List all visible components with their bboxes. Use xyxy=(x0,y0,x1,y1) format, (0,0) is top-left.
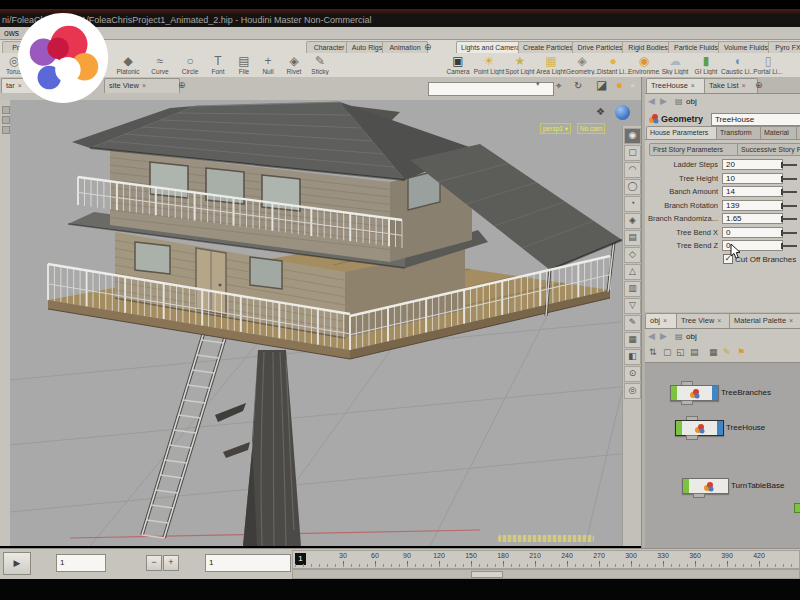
tab-render[interactable]: Render xyxy=(796,126,800,139)
frame-increment-button[interactable]: + xyxy=(163,555,179,571)
flag-icon[interactable]: ⚑ xyxy=(737,347,745,357)
platonic-tool[interactable]: ◆Platonic xyxy=(112,54,144,75)
params-pane-tab-take-list[interactable]: Take List× xyxy=(704,78,758,93)
network-node-treebranches[interactable] xyxy=(670,385,719,401)
frame-decrement-button[interactable]: − xyxy=(146,555,162,571)
spot-light-tool[interactable]: ★Spot Light xyxy=(504,54,536,75)
tab-transform[interactable]: Transform xyxy=(716,126,764,139)
tree-bend-x-field[interactable]: 0 xyxy=(722,227,783,238)
curve-tool[interactable]: ≈Curve xyxy=(144,54,176,75)
close-tab-icon[interactable]: × xyxy=(663,317,667,324)
network-editor[interactable]: TreeBranches TreeHouse TurnTableBase xyxy=(645,362,800,549)
breadcrumb[interactable]: obj xyxy=(686,97,697,106)
tab-house-parameters[interactable]: House Parameters xyxy=(646,126,720,139)
geometry-light-tool[interactable]: ◈Geometry... xyxy=(566,54,598,75)
slider-track[interactable] xyxy=(782,205,797,207)
page-icon[interactable]: ▢ xyxy=(663,347,672,357)
branch-rotation-field[interactable]: 139 xyxy=(722,200,783,211)
network-node-treehouse[interactable] xyxy=(675,420,724,436)
close-tab-icon[interactable]: × xyxy=(717,317,721,324)
viewport-tool-cell[interactable]: ▦ xyxy=(624,332,641,348)
view-options-icon[interactable]: ❖ xyxy=(596,106,605,117)
timeline-range-bar[interactable] xyxy=(292,569,800,579)
slider-track[interactable] xyxy=(782,178,797,180)
point-light-tool[interactable]: ☀Point Light xyxy=(473,54,505,75)
close-tab-icon[interactable]: × xyxy=(142,82,146,89)
caustic-light-tool[interactable]: ◖Caustic Li... xyxy=(721,54,753,75)
node-output-stub[interactable] xyxy=(681,400,693,405)
forward-arrow-icon[interactable]: ▶ xyxy=(660,96,667,106)
network-pane-tab-tree-view[interactable]: Tree View× xyxy=(676,313,734,328)
area-light-tool[interactable]: ▦Area Light xyxy=(535,54,567,75)
slider-track[interactable] xyxy=(782,245,797,247)
params-pane-tab-treehouse[interactable]: TreeHouse× xyxy=(646,78,708,93)
list-view-icon[interactable]: ▤ xyxy=(690,347,699,357)
breadcrumb[interactable]: obj xyxy=(686,332,697,341)
range-slider-handle[interactable] xyxy=(471,571,503,578)
branch-amount-field[interactable]: 14 xyxy=(722,186,783,197)
viewport-tool-cell[interactable]: ▢ xyxy=(624,145,641,161)
network-pane-tab-material-palette[interactable]: Material Palette× xyxy=(729,313,800,328)
snap-icon[interactable]: ⌖ xyxy=(556,80,562,92)
viewport-tool-cell[interactable]: ◯ xyxy=(624,179,641,195)
camera-menu-badge[interactable]: persp1 ▾ xyxy=(540,123,571,134)
camera-tool[interactable]: ▣Camera xyxy=(442,54,474,75)
shelf-tab-create-particles[interactable]: Create Particles xyxy=(518,41,578,53)
viewport-tool-cell[interactable]: ◇ xyxy=(624,247,641,263)
slider-track[interactable] xyxy=(782,191,797,193)
viewport-tool-cell[interactable]: ⊙ xyxy=(624,366,641,382)
tab-material[interactable]: Material xyxy=(760,126,800,139)
tree-height-field[interactable]: 10 xyxy=(722,173,783,184)
add-pane-tab-icon[interactable]: ⊕ xyxy=(178,80,186,90)
shelf-tab-animation[interactable]: Animation xyxy=(382,41,428,53)
current-frame-field[interactable]: 1 xyxy=(56,554,106,572)
playbar-options-button[interactable]: ▶ xyxy=(3,552,31,575)
sky-light-tool[interactable]: ☁Sky Light xyxy=(659,54,691,75)
viewport-tool-cell[interactable]: ◉ xyxy=(624,128,641,144)
reselect-icon[interactable]: ↻ xyxy=(574,80,582,91)
no-cam-badge[interactable]: No cam xyxy=(577,123,605,134)
scene-pane-tab-composite-view[interactable]: site View× xyxy=(104,78,180,93)
back-arrow-icon[interactable]: ◀ xyxy=(648,331,655,341)
viewport-tool-cell[interactable]: ◔ xyxy=(624,196,641,212)
layout-icon[interactable]: ⇅ xyxy=(649,347,657,357)
help-icon[interactable] xyxy=(615,105,630,120)
tab-successive-story-parameters[interactable]: Successive Story Parameters xyxy=(737,143,800,156)
slider-track[interactable] xyxy=(782,232,797,234)
ladder-steps-field[interactable]: 20 xyxy=(722,159,783,170)
chevron-down-icon[interactable]: ▾ xyxy=(536,80,540,88)
viewport-tool-cell[interactable]: ◠ xyxy=(624,162,641,178)
close-tab-icon[interactable]: × xyxy=(691,82,695,89)
branch-randomization-field[interactable]: 1.65 xyxy=(722,213,783,224)
viewport-tool-cell[interactable]: ▽ xyxy=(624,298,641,314)
gi-light-tool[interactable]: ▮GI Light xyxy=(690,54,722,75)
viewport-tool-cell[interactable]: ◈ xyxy=(624,213,641,229)
shelf-tab-volume-fluids[interactable]: Volume Fluids xyxy=(718,41,774,53)
network-node-turntablebase[interactable] xyxy=(682,478,729,494)
shelf-tab-rigid-bodies[interactable]: Rigid Bodies xyxy=(622,41,674,53)
environment-light-tool[interactable]: ◉Environme... xyxy=(628,54,660,75)
timeline-ruler[interactable]: 1 30609012015018021024027030033036039042… xyxy=(292,550,800,569)
node-render-flag[interactable] xyxy=(717,421,723,435)
viewport-tool-cell[interactable]: ◧ xyxy=(624,349,641,365)
back-arrow-icon[interactable]: ◀ xyxy=(648,96,655,106)
shelf-tab-pyro-fx[interactable]: Pyro FX xyxy=(768,41,800,53)
node-output-stub[interactable] xyxy=(693,493,705,498)
slider-track[interactable] xyxy=(782,164,797,166)
frame-range-field[interactable]: 1 xyxy=(205,554,291,572)
forward-arrow-icon[interactable]: ▶ xyxy=(660,331,667,341)
viewport-3d-scene[interactable] xyxy=(10,100,641,546)
viewport-tool-cell[interactable]: ▤ xyxy=(624,230,641,246)
split-view-icon[interactable]: ◱ xyxy=(676,347,685,357)
shelf-tab-lights-cameras[interactable]: Lights and Cameras xyxy=(456,41,524,53)
add-pane-tab-icon[interactable]: ⊕ xyxy=(755,80,763,90)
viewport-tool-cell[interactable]: △ xyxy=(624,264,641,280)
viewport-tool-cell[interactable]: ▥ xyxy=(624,281,641,297)
sticky-note-icon[interactable]: ✎ xyxy=(723,347,731,357)
tab-first-story-parameters[interactable]: First Story Parameters xyxy=(649,143,739,156)
viewport-tool-cell[interactable]: ◎ xyxy=(624,383,641,399)
grid-icon[interactable]: ▦ xyxy=(709,347,718,357)
shelf-tab-particle-fluids[interactable]: Particle Fluids xyxy=(668,41,724,53)
slider-track[interactable] xyxy=(782,218,797,220)
close-tab-icon[interactable]: × xyxy=(742,82,746,89)
